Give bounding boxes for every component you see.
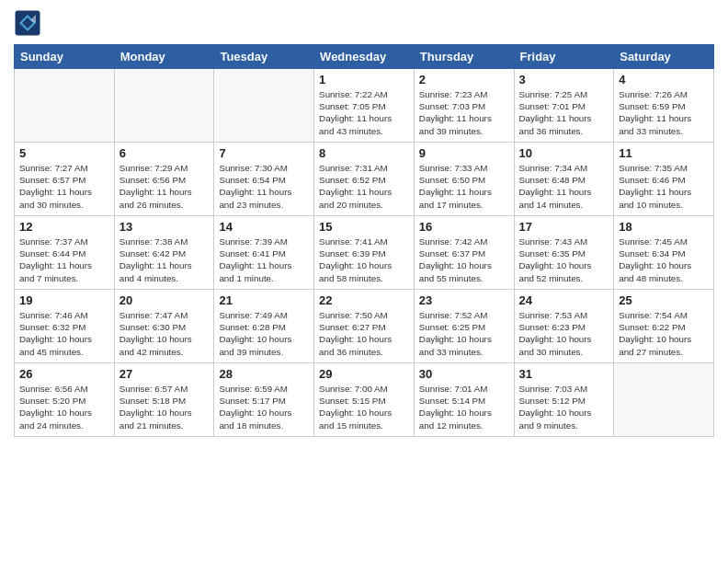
day-info: Sunrise: 7:27 AM Sunset: 6:57 PM Dayligh… (19, 162, 109, 211)
day-number: 8 (319, 146, 409, 160)
day-number: 25 (619, 293, 709, 307)
day-info: Sunrise: 7:29 AM Sunset: 6:56 PM Dayligh… (119, 162, 210, 211)
day-info: Sunrise: 7:47 AM Sunset: 6:30 PM Dayligh… (119, 309, 210, 358)
day-number: 16 (419, 220, 509, 234)
calendar-cell: 30Sunrise: 7:01 AM Sunset: 5:14 PM Dayli… (414, 363, 514, 437)
day-info: Sunrise: 7:23 AM Sunset: 7:03 PM Dayligh… (419, 88, 509, 137)
day-info: Sunrise: 7:52 AM Sunset: 6:25 PM Dayligh… (419, 309, 509, 358)
calendar-cell: 20Sunrise: 7:47 AM Sunset: 6:30 PM Dayli… (114, 290, 214, 363)
calendar-cell: 14Sunrise: 7:39 AM Sunset: 6:41 PM Dayli… (214, 216, 314, 290)
calendar-cell: 11Sunrise: 7:35 AM Sunset: 6:46 PM Dayli… (614, 143, 714, 216)
logo-icon (14, 9, 41, 37)
day-info: Sunrise: 7:35 AM Sunset: 6:46 PM Dayligh… (619, 162, 709, 211)
day-number: 30 (419, 367, 509, 381)
day-number: 6 (119, 146, 210, 160)
calendar-cell: 16Sunrise: 7:42 AM Sunset: 6:37 PM Dayli… (414, 216, 514, 290)
calendar-cell: 17Sunrise: 7:43 AM Sunset: 6:35 PM Dayli… (514, 216, 614, 290)
calendar-cell: 22Sunrise: 7:50 AM Sunset: 6:27 PM Dayli… (314, 290, 415, 363)
calendar-cell: 3Sunrise: 7:25 AM Sunset: 7:01 PM Daylig… (514, 69, 614, 143)
calendar-cell: 29Sunrise: 7:00 AM Sunset: 5:15 PM Dayli… (314, 363, 415, 437)
day-header-monday: Monday (114, 45, 214, 69)
page: SundayMondayTuesdayWednesdayThursdayFrid… (0, 0, 728, 563)
day-number: 17 (519, 220, 609, 234)
day-number: 28 (219, 367, 309, 381)
day-number: 21 (219, 293, 309, 307)
day-info: Sunrise: 7:42 AM Sunset: 6:37 PM Dayligh… (419, 236, 509, 284)
day-info: Sunrise: 7:01 AM Sunset: 5:14 PM Dayligh… (419, 383, 509, 431)
calendar-cell: 18Sunrise: 7:45 AM Sunset: 6:34 PM Dayli… (614, 216, 714, 290)
day-info: Sunrise: 6:57 AM Sunset: 5:18 PM Dayligh… (119, 383, 210, 431)
day-number: 26 (19, 367, 109, 381)
day-info: Sunrise: 7:30 AM Sunset: 6:54 PM Dayligh… (219, 162, 309, 211)
header-row: SundayMondayTuesdayWednesdayThursdayFrid… (15, 45, 714, 69)
calendar-cell: 31Sunrise: 7:03 AM Sunset: 5:12 PM Dayli… (514, 363, 614, 437)
calendar-cell: 25Sunrise: 7:54 AM Sunset: 6:22 PM Dayli… (614, 290, 714, 363)
day-header-thursday: Thursday (414, 45, 514, 69)
calendar-cell: 4Sunrise: 7:26 AM Sunset: 6:59 PM Daylig… (614, 69, 714, 143)
calendar-cell (214, 69, 314, 143)
day-header-friday: Friday (514, 45, 614, 69)
day-number: 22 (319, 293, 409, 307)
calendar-cell: 7Sunrise: 7:30 AM Sunset: 6:54 PM Daylig… (214, 143, 314, 216)
calendar-cell: 2Sunrise: 7:23 AM Sunset: 7:03 PM Daylig… (414, 69, 514, 143)
day-info: Sunrise: 7:03 AM Sunset: 5:12 PM Dayligh… (519, 383, 609, 431)
day-info: Sunrise: 7:53 AM Sunset: 6:23 PM Dayligh… (519, 309, 609, 358)
calendar-cell: 26Sunrise: 6:56 AM Sunset: 5:20 PM Dayli… (15, 363, 115, 437)
day-info: Sunrise: 7:37 AM Sunset: 6:44 PM Dayligh… (19, 236, 109, 284)
calendar-cell: 12Sunrise: 7:37 AM Sunset: 6:44 PM Dayli… (15, 216, 115, 290)
week-row-0: 1Sunrise: 7:22 AM Sunset: 7:05 PM Daylig… (15, 69, 714, 143)
day-header-sunday: Sunday (15, 45, 115, 69)
calendar-cell: 24Sunrise: 7:53 AM Sunset: 6:23 PM Dayli… (514, 290, 614, 363)
day-number: 18 (619, 220, 709, 234)
day-info: Sunrise: 7:49 AM Sunset: 6:28 PM Dayligh… (219, 309, 309, 358)
week-row-2: 12Sunrise: 7:37 AM Sunset: 6:44 PM Dayli… (15, 216, 714, 290)
day-info: Sunrise: 7:34 AM Sunset: 6:48 PM Dayligh… (519, 162, 609, 211)
day-info: Sunrise: 7:26 AM Sunset: 6:59 PM Dayligh… (619, 88, 709, 137)
week-row-3: 19Sunrise: 7:46 AM Sunset: 6:32 PM Dayli… (15, 290, 714, 363)
calendar-cell: 8Sunrise: 7:31 AM Sunset: 6:52 PM Daylig… (314, 143, 415, 216)
day-info: Sunrise: 7:54 AM Sunset: 6:22 PM Dayligh… (619, 309, 709, 358)
day-info: Sunrise: 7:00 AM Sunset: 5:15 PM Dayligh… (319, 383, 409, 431)
day-info: Sunrise: 7:39 AM Sunset: 6:41 PM Dayligh… (219, 236, 309, 284)
day-info: Sunrise: 6:56 AM Sunset: 5:20 PM Dayligh… (19, 383, 109, 431)
day-info: Sunrise: 7:31 AM Sunset: 6:52 PM Dayligh… (319, 162, 409, 211)
day-info: Sunrise: 7:43 AM Sunset: 6:35 PM Dayligh… (519, 236, 609, 284)
calendar-cell: 15Sunrise: 7:41 AM Sunset: 6:39 PM Dayli… (314, 216, 415, 290)
calendar-cell: 28Sunrise: 6:59 AM Sunset: 5:17 PM Dayli… (214, 363, 314, 437)
day-info: Sunrise: 7:22 AM Sunset: 7:05 PM Dayligh… (319, 88, 409, 137)
week-row-1: 5Sunrise: 7:27 AM Sunset: 6:57 PM Daylig… (15, 143, 714, 216)
header (14, 9, 714, 37)
day-header-saturday: Saturday (614, 45, 714, 69)
day-number: 13 (119, 220, 210, 234)
calendar-cell: 6Sunrise: 7:29 AM Sunset: 6:56 PM Daylig… (114, 143, 214, 216)
calendar-cell (114, 69, 214, 143)
day-number: 2 (419, 73, 509, 86)
day-header-wednesday: Wednesday (314, 45, 415, 69)
week-row-4: 26Sunrise: 6:56 AM Sunset: 5:20 PM Dayli… (15, 363, 714, 437)
day-number: 1 (319, 73, 409, 86)
day-number: 12 (19, 220, 109, 234)
day-number: 7 (219, 146, 309, 160)
day-number: 11 (619, 146, 709, 160)
day-info: Sunrise: 7:46 AM Sunset: 6:32 PM Dayligh… (19, 309, 109, 358)
calendar-cell: 19Sunrise: 7:46 AM Sunset: 6:32 PM Dayli… (15, 290, 115, 363)
calendar-cell (614, 363, 714, 437)
calendar-cell: 23Sunrise: 7:52 AM Sunset: 6:25 PM Dayli… (414, 290, 514, 363)
day-info: Sunrise: 7:41 AM Sunset: 6:39 PM Dayligh… (319, 236, 409, 284)
day-number: 9 (419, 146, 509, 160)
day-number: 24 (519, 293, 609, 307)
day-number: 19 (19, 293, 109, 307)
day-info: Sunrise: 7:33 AM Sunset: 6:50 PM Dayligh… (419, 162, 509, 211)
calendar-cell: 1Sunrise: 7:22 AM Sunset: 7:05 PM Daylig… (314, 69, 415, 143)
day-info: Sunrise: 7:45 AM Sunset: 6:34 PM Dayligh… (619, 236, 709, 284)
day-number: 4 (619, 73, 709, 86)
day-number: 31 (519, 367, 609, 381)
day-header-tuesday: Tuesday (214, 45, 314, 69)
day-info: Sunrise: 6:59 AM Sunset: 5:17 PM Dayligh… (219, 383, 309, 431)
calendar-cell: 9Sunrise: 7:33 AM Sunset: 6:50 PM Daylig… (414, 143, 514, 216)
day-number: 20 (119, 293, 210, 307)
calendar-cell: 27Sunrise: 6:57 AM Sunset: 5:18 PM Dayli… (114, 363, 214, 437)
calendar-cell: 10Sunrise: 7:34 AM Sunset: 6:48 PM Dayli… (514, 143, 614, 216)
calendar-cell: 13Sunrise: 7:38 AM Sunset: 6:42 PM Dayli… (114, 216, 214, 290)
day-info: Sunrise: 7:50 AM Sunset: 6:27 PM Dayligh… (319, 309, 409, 358)
